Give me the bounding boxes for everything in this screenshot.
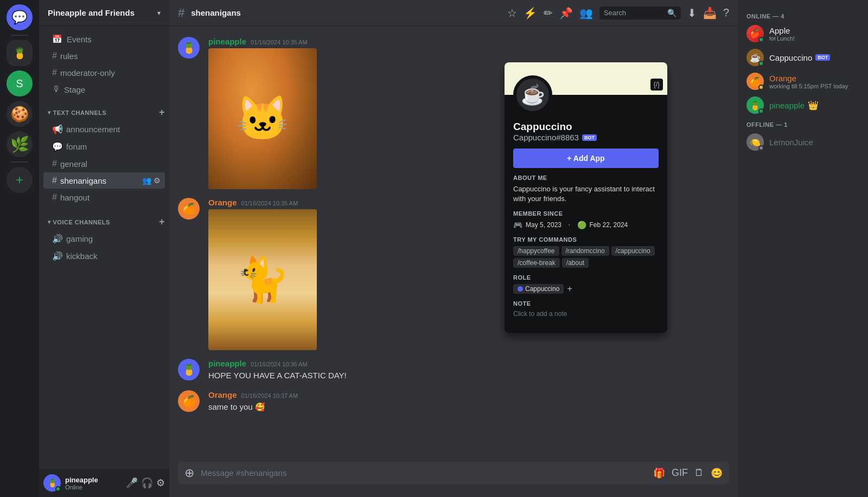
attach-button[interactable]: ⊕ [184, 466, 194, 480]
member-item-apple[interactable]: 🍎 Apple 🍽 Lunch! [742, 22, 864, 46]
server-icon-s[interactable]: S [7, 70, 33, 96]
message-author[interactable]: Orange [208, 198, 237, 207]
gift-icon[interactable]: 🎁 [653, 467, 665, 479]
sticker-icon[interactable]: 🗒 [694, 467, 704, 479]
pin-icon[interactable]: 📌 [559, 7, 573, 20]
footer-status: Online [65, 484, 122, 490]
channel-name: hangout [60, 193, 161, 202]
user-settings-button[interactable]: ⚙ [156, 477, 165, 489]
server-list: 💬 🍍 S 🍪 🌿 + [0, 0, 39, 497]
message-author[interactable]: pineapple [208, 359, 246, 368]
search-box[interactable]: Search 🔍 [599, 7, 681, 20]
command-randomccino[interactable]: /randomccino [561, 246, 609, 256]
channel-item-hangout[interactable]: # hangout [43, 189, 165, 205]
channel-item-announcement[interactable]: 📢 announcement [43, 121, 165, 138]
mute-button[interactable]: 🎤 [126, 477, 138, 489]
channel-item-general[interactable]: # general [43, 156, 165, 172]
discord-home-icon[interactable]: 💬 [7, 4, 33, 30]
channel-item-rules[interactable]: # rules [43, 48, 165, 64]
inbox-icon[interactable]: 📥 [703, 7, 717, 20]
profile-tag: Cappuccino#8863 BOT [513, 133, 659, 142]
channel-item-shenanigans[interactable]: # shenanigans 👥 ⚙ [43, 172, 165, 189]
user-status-dot [55, 486, 61, 492]
channel-item-stage[interactable]: 🎙 Stage [43, 81, 165, 98]
voice-channels-header[interactable]: ▾ VOICE CHANNELS + [39, 208, 169, 230]
star-icon[interactable]: ☆ [507, 7, 517, 20]
gif-icon[interactable]: GIF [672, 467, 688, 479]
avatar[interactable]: 🍍 [178, 359, 200, 380]
message-timestamp: 01/16/2024 10:37 AM [241, 392, 298, 399]
channel-item-kickback[interactable]: 🔊 kickback [43, 248, 165, 264]
offline-status-dot [758, 145, 764, 151]
threads-icon[interactable]: ⚡ [524, 7, 537, 20]
sidebar-item-events[interactable]: 📅 Events [43, 31, 165, 47]
message-input-area: ⊕ 🎁 GIF 🗒 😊 [169, 462, 738, 497]
channel-name: rules [60, 51, 161, 61]
command-coffee-break[interactable]: /coffee-break [513, 258, 560, 268]
profile-about-section: ABOUT ME Cappuccino is your fancy assist… [513, 175, 659, 204]
text-channels-header[interactable]: ▾ TEXT CHANNELS + [39, 98, 169, 120]
avatar[interactable]: 🍊 [178, 390, 200, 412]
message-timestamp: 01/16/2024 10:36 AM [251, 361, 308, 367]
manage-members-icon[interactable]: 👥 [142, 176, 151, 185]
add-text-channel-button[interactable]: + [159, 107, 165, 118]
add-voice-channel-button[interactable]: + [159, 216, 165, 228]
download-icon[interactable]: ⬇ [687, 7, 697, 20]
message-text: HOPE YOU HAVE A CAT-ASTIC DAY! [208, 370, 729, 382]
member-item-orange[interactable]: 🍊 Orange working till 5:15pm PST today [742, 69, 864, 93]
server-icon-lime[interactable]: 🌿 [7, 131, 33, 157]
message-content: pineapple 01/16/2024 10:36 AM HOPE YOU H… [208, 359, 729, 382]
message-author[interactable]: Orange [208, 390, 237, 399]
message-text: same to you 🥰 [208, 402, 729, 413]
channel-item-forum[interactable]: 💬 forum [43, 138, 165, 155]
crown-icon: 👑 [808, 100, 819, 111]
member-info: Orange working till 5:15pm PST today [769, 74, 848, 89]
role-dot [518, 286, 523, 292]
edit-icon[interactable]: ✏ [544, 7, 553, 20]
events-label: Events [67, 35, 92, 44]
member-since-section: MEMBER SINCE 🎮 May 5, 2023 · 🟢 Feb 22, 2… [513, 210, 659, 230]
add-role-button[interactable]: + [567, 284, 572, 294]
server-header[interactable]: Pineapple and Friends ▾ [39, 0, 169, 26]
channel-item-moderator-only[interactable]: # moderator-only [43, 64, 165, 81]
member-item-pineapple[interactable]: 🍍 pineapple 👑 [742, 93, 864, 117]
member-item-lemonjuice[interactable]: 🍋 LemonJuice [742, 130, 864, 154]
settings-icon[interactable]: ⚙ [154, 176, 161, 185]
member-name: Orange [769, 74, 848, 83]
user-avatar[interactable]: 🍍 [43, 474, 61, 492]
offline-section-header: OFFLINE — 1 [742, 117, 864, 130]
help-icon[interactable]: ? [723, 7, 729, 19]
message-input[interactable] [201, 462, 647, 484]
deafen-button[interactable]: 🎧 [141, 477, 153, 489]
server-icon-cookie[interactable]: 🍪 [7, 101, 33, 127]
cat-image-1 [208, 48, 317, 189]
add-app-button[interactable]: + Add App [513, 149, 659, 168]
channel-header-name: shenanigans [191, 8, 241, 17]
member-list-icon[interactable]: 👥 [579, 7, 593, 20]
server-icon-pineapple[interactable]: 🍍 [7, 40, 33, 66]
add-server-button[interactable]: + [7, 167, 33, 193]
command-happycoffee[interactable]: /happycoffee [513, 246, 559, 256]
profile-body: Cappuccino Cappuccino#8863 BOT + Add App… [505, 95, 667, 333]
hash-icon: # [52, 176, 57, 185]
forum-icon: 💬 [52, 141, 63, 152]
channel-list: 📅 Events # rules # moderator-only 🎙 Stag… [39, 26, 169, 469]
member-sub: working till 5:15pm PST today [769, 83, 848, 89]
command-cappuccino[interactable]: /cappuccino [611, 246, 655, 256]
footer-actions: 🎤 🎧 ⚙ [126, 477, 165, 489]
member-item-cappuccino[interactable]: ☕ Cappuccino BOT [742, 46, 864, 69]
code-icon[interactable]: {/} [650, 79, 663, 91]
profile-popup: ☕ {/} Cappuccino Cappuccino#8863 BOT + A… [505, 62, 667, 333]
avatar[interactable]: 🍍 [178, 37, 200, 59]
note-input[interactable]: Click to add a note [513, 310, 659, 318]
member-name: LemonJuice [769, 138, 813, 147]
channel-item-gaming[interactable]: 🔊 gaming [43, 230, 165, 247]
avatar[interactable]: 🍊 [178, 198, 200, 220]
note-label: NOTE [513, 300, 659, 307]
online-status-dot [758, 37, 764, 42]
channel-name: moderator-only [60, 68, 161, 78]
command-about[interactable]: /about [562, 258, 589, 268]
events-icon: 📅 [52, 34, 62, 44]
message-author[interactable]: pineapple [208, 37, 246, 46]
emoji-icon[interactable]: 😊 [711, 467, 723, 479]
